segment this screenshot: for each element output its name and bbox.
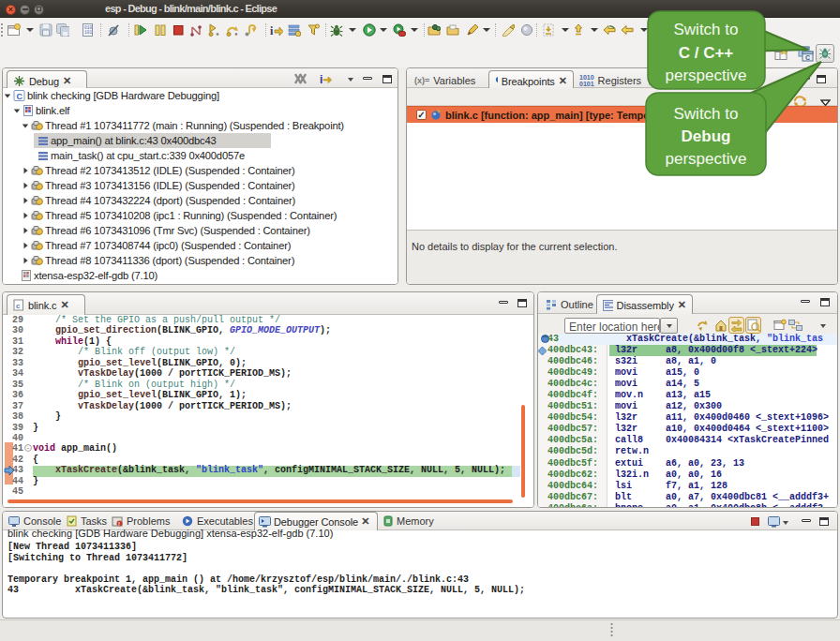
svg-text:i: i	[270, 24, 274, 37]
svg-text:C: C	[16, 92, 22, 101]
svg-text:101: 101	[84, 30, 92, 35]
svg-text:C: C	[805, 54, 810, 61]
svg-text:!: !	[118, 521, 120, 527]
svg-text:c: c	[16, 302, 21, 310]
